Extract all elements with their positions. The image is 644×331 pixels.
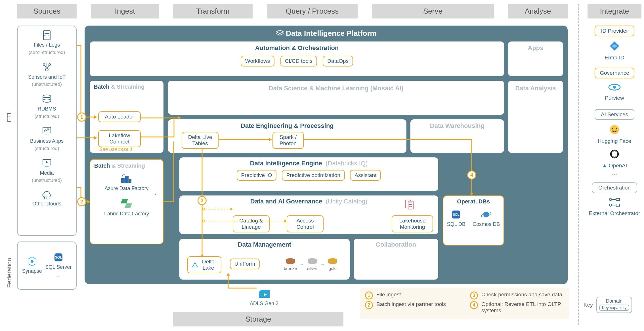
cosmos-db: Cosmos DB xyxy=(473,209,500,229)
pill-predictive-io: Predictive IO xyxy=(237,170,277,181)
storage-icon xyxy=(257,288,271,299)
svg-text:SQL: SQL xyxy=(453,213,460,216)
svg-point-28 xyxy=(123,174,125,175)
src-other-title: Other clouds xyxy=(18,201,76,207)
step-2: 2 xyxy=(77,197,86,206)
svg-point-68 xyxy=(613,86,616,89)
svg-text:SQL: SQL xyxy=(55,255,62,259)
svg-rect-25 xyxy=(125,176,129,183)
src-media-sub: (unstructured) xyxy=(18,178,76,183)
adls: ADLS Gen 2 xyxy=(250,288,278,308)
svg-marker-60 xyxy=(230,208,233,211)
card-data-analysis: Data Analysis xyxy=(508,81,563,153)
src-files-sub: (semi-structured) xyxy=(18,50,76,55)
svg-marker-14 xyxy=(46,161,48,164)
svg-rect-24 xyxy=(121,178,125,183)
svg-rect-76 xyxy=(616,198,620,201)
pill-ai-services: AI Services xyxy=(595,109,634,120)
svg-marker-36 xyxy=(192,263,198,267)
svg-point-71 xyxy=(616,128,617,129)
sources-box: 0101 Files / Logs (semi-structured) Sens… xyxy=(17,26,77,236)
legend: 1File ingest 2Batch ingest via partner t… xyxy=(360,288,569,319)
svg-point-61 xyxy=(203,220,205,222)
src-files-title: Files / Logs xyxy=(18,42,76,48)
col-serve: Serve xyxy=(372,4,494,18)
pill-delta-lake: Delta Lake xyxy=(187,256,221,273)
svg-marker-57 xyxy=(200,255,204,257)
fed-synapse: Synapse xyxy=(22,256,42,276)
purview-icon xyxy=(608,82,621,92)
svg-marker-63 xyxy=(284,220,287,222)
platform-title: Data Intelligence Platform xyxy=(85,26,568,38)
automation-title: Automation & Orchestration xyxy=(90,44,504,52)
svg-marker-52 xyxy=(178,116,181,120)
col-query: Query / Process xyxy=(267,4,358,18)
col-integrate: Integrate xyxy=(588,4,641,18)
src-bizapps: Business Apps (structured) xyxy=(18,126,76,151)
label-federation: Federation xyxy=(6,247,13,298)
col-transform: Transform xyxy=(173,4,253,18)
pill-id-provider: ID Provider xyxy=(595,26,634,36)
src-files: 0101 Files / Logs (semi-structured) xyxy=(18,30,76,55)
integrate-col: ID Provider Entra ID Governance Purview … xyxy=(588,26,641,216)
src-sensors-title: Sensors and IoT xyxy=(18,74,76,80)
src-sensors: Sensors and IoT (unstructured) xyxy=(18,62,76,88)
storage-header: Storage xyxy=(173,312,343,326)
separator xyxy=(578,4,579,325)
svg-marker-47 xyxy=(94,136,97,140)
step-3: 3 xyxy=(198,196,207,205)
flow-ingest1-dlt xyxy=(141,116,183,139)
col-analyse: Analyse xyxy=(508,4,568,18)
synapse-icon xyxy=(26,256,38,267)
svg-marker-30 xyxy=(125,203,132,208)
flow-adls-delta xyxy=(227,272,258,289)
card-operat-dbs: Operat. DBs SQL SQL DB Cosmos DB xyxy=(443,195,504,245)
step-1: 1 xyxy=(77,113,86,122)
monitor-icon xyxy=(41,126,53,137)
pill-governance: Governance xyxy=(595,68,634,78)
svg-point-20 xyxy=(31,260,33,263)
pill-access: Access Control xyxy=(287,215,324,232)
col-sources: Sources xyxy=(17,4,77,18)
svg-marker-23 xyxy=(276,30,284,34)
pill-dlt: Delta Live Tables xyxy=(182,132,219,149)
svg-point-70 xyxy=(612,128,613,129)
svg-marker-73 xyxy=(612,151,617,157)
pill-spark: Spark / Photon xyxy=(272,132,304,149)
database-icon xyxy=(41,93,53,105)
src-other: Other clouds xyxy=(18,190,76,207)
svg-marker-64 xyxy=(226,273,230,276)
flow-bizapps xyxy=(77,136,99,139)
svg-rect-77 xyxy=(616,204,620,206)
svg-point-27 xyxy=(122,175,123,176)
ingest-batch-streaming-2: Batch & Streaming Azure Data Factory … F… xyxy=(90,159,163,244)
pill-auto-loader: Auto Loader xyxy=(98,111,141,122)
sql-db: SQL SQL DB xyxy=(447,209,465,229)
fabric-icon xyxy=(119,197,134,210)
src-bizapps-sub: (structured) xyxy=(18,146,76,151)
note-usecase1: See use case 1 xyxy=(99,147,133,152)
step-4: 4 xyxy=(467,170,476,180)
openai-icon xyxy=(609,148,620,160)
svg-line-8 xyxy=(47,65,49,68)
svg-marker-55 xyxy=(470,193,473,195)
label-etl: ETL xyxy=(6,99,13,134)
svg-marker-29 xyxy=(121,199,128,203)
svg-marker-54 xyxy=(269,138,272,141)
svg-rect-1 xyxy=(45,33,49,34)
svg-rect-32 xyxy=(408,201,413,209)
sensor-icon xyxy=(41,62,53,73)
flow-spark-operat xyxy=(304,138,475,198)
svg-point-75 xyxy=(609,204,612,206)
federation-box: Synapse SQL SQL Server … xyxy=(17,242,77,290)
pill-monitoring: Lakehouse Monitoring xyxy=(392,215,433,232)
src-media: Media (unstructured) xyxy=(18,158,76,184)
svg-marker-48 xyxy=(87,200,90,203)
svg-rect-26 xyxy=(129,179,131,183)
svg-marker-45 xyxy=(94,115,97,119)
flow-dashed-gov xyxy=(202,207,287,223)
fed-sqlserver: SQL SQL Server … xyxy=(45,252,72,279)
sql-icon: SQL xyxy=(53,252,64,263)
flow-dlt-spark xyxy=(219,138,274,141)
pill-orchestration: Orchestration xyxy=(592,182,637,193)
